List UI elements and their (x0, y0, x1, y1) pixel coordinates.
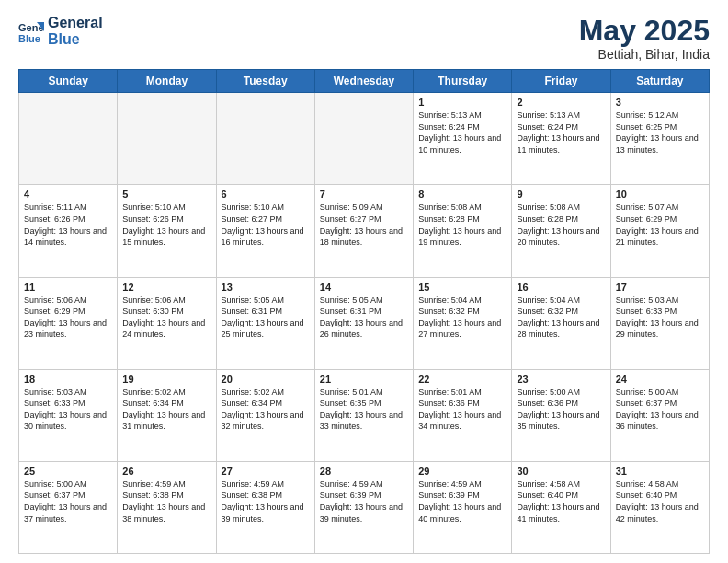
day-info: Sunrise: 5:03 AMSunset: 6:33 PMDaylight:… (24, 386, 112, 432)
day-cell-14: 14Sunrise: 5:05 AMSunset: 6:31 PMDayligh… (314, 277, 413, 369)
day-cell-30: 30Sunrise: 4:58 AMSunset: 6:40 PMDayligh… (512, 461, 610, 553)
day-number: 19 (122, 373, 210, 385)
empty-cell (314, 93, 413, 185)
day-cell-26: 26Sunrise: 4:59 AMSunset: 6:38 PMDayligh… (118, 461, 216, 553)
day-info: Sunrise: 5:01 AMSunset: 6:35 PMDaylight:… (320, 386, 408, 432)
day-info: Sunrise: 5:00 AMSunset: 6:36 PMDaylight:… (517, 386, 605, 432)
location: Bettiah, Bihar, India (579, 47, 710, 62)
day-number: 13 (222, 282, 310, 293)
day-cell-7: 7Sunrise: 5:09 AMSunset: 6:27 PMDaylight… (314, 185, 413, 277)
day-cell-20: 20Sunrise: 5:02 AMSunset: 6:34 PMDayligh… (216, 369, 314, 461)
day-cell-22: 22Sunrise: 5:01 AMSunset: 6:36 PMDayligh… (414, 369, 512, 461)
weekday-header-wednesday: Wednesday (314, 70, 413, 93)
day-cell-1: 1Sunrise: 5:13 AMSunset: 6:24 PMDaylight… (414, 93, 512, 185)
day-cell-9: 9Sunrise: 5:08 AMSunset: 6:28 PMDaylight… (512, 185, 610, 277)
empty-cell (118, 93, 216, 185)
day-cell-18: 18Sunrise: 5:03 AMSunset: 6:33 PMDayligh… (19, 369, 118, 461)
day-cell-29: 29Sunrise: 4:59 AMSunset: 6:39 PMDayligh… (414, 461, 512, 553)
day-number: 8 (418, 189, 506, 200)
day-info: Sunrise: 4:59 AMSunset: 6:39 PMDaylight:… (418, 478, 506, 524)
day-cell-27: 27Sunrise: 4:59 AMSunset: 6:38 PMDayligh… (216, 461, 314, 553)
day-number: 11 (24, 282, 112, 293)
logo-blue: Blue (48, 31, 103, 48)
day-info: Sunrise: 5:02 AMSunset: 6:34 PMDaylight:… (222, 386, 310, 432)
day-info: Sunrise: 5:00 AMSunset: 6:37 PMDaylight:… (24, 478, 112, 524)
day-info: Sunrise: 5:05 AMSunset: 6:31 PMDaylight:… (222, 294, 310, 340)
day-info: Sunrise: 5:12 AMSunset: 6:25 PMDaylight:… (616, 109, 704, 155)
weekday-header-tuesday: Tuesday (216, 70, 314, 93)
day-info: Sunrise: 5:13 AMSunset: 6:24 PMDaylight:… (418, 109, 506, 155)
day-info: Sunrise: 4:59 AMSunset: 6:39 PMDaylight:… (320, 478, 408, 524)
day-number: 4 (24, 189, 112, 200)
header: General Blue General Blue May 2025 Betti… (18, 15, 710, 62)
day-cell-6: 6Sunrise: 5:10 AMSunset: 6:27 PMDaylight… (216, 185, 314, 277)
weekday-header-sunday: Sunday (19, 70, 118, 93)
day-cell-31: 31Sunrise: 4:58 AMSunset: 6:40 PMDayligh… (610, 461, 709, 553)
logo: General Blue General Blue (18, 15, 103, 47)
day-info: Sunrise: 5:08 AMSunset: 6:28 PMDaylight:… (517, 201, 605, 247)
day-info: Sunrise: 5:06 AMSunset: 6:29 PMDaylight:… (24, 294, 112, 340)
day-number: 22 (418, 373, 506, 385)
day-number: 5 (122, 189, 210, 200)
day-info: Sunrise: 5:05 AMSunset: 6:31 PMDaylight:… (320, 294, 408, 340)
day-info: Sunrise: 5:06 AMSunset: 6:30 PMDaylight:… (122, 294, 210, 340)
weekday-header-thursday: Thursday (414, 70, 512, 93)
day-info: Sunrise: 5:04 AMSunset: 6:32 PMDaylight:… (517, 294, 605, 340)
day-number: 10 (616, 189, 704, 200)
day-cell-11: 11Sunrise: 5:06 AMSunset: 6:29 PMDayligh… (19, 277, 118, 369)
day-number: 7 (320, 189, 408, 200)
day-number: 1 (418, 97, 506, 108)
day-info: Sunrise: 5:08 AMSunset: 6:28 PMDaylight:… (418, 201, 506, 247)
day-cell-24: 24Sunrise: 5:00 AMSunset: 6:37 PMDayligh… (610, 369, 709, 461)
empty-cell (19, 93, 118, 185)
weekday-header-saturday: Saturday (610, 70, 709, 93)
day-cell-10: 10Sunrise: 5:07 AMSunset: 6:29 PMDayligh… (610, 185, 709, 277)
day-info: Sunrise: 4:59 AMSunset: 6:38 PMDaylight:… (222, 478, 310, 524)
day-cell-21: 21Sunrise: 5:01 AMSunset: 6:35 PMDayligh… (314, 369, 413, 461)
day-number: 25 (24, 465, 112, 477)
weekday-header-monday: Monday (118, 70, 216, 93)
day-info: Sunrise: 5:03 AMSunset: 6:33 PMDaylight:… (616, 294, 704, 340)
day-number: 24 (616, 373, 704, 385)
day-info: Sunrise: 5:02 AMSunset: 6:34 PMDaylight:… (122, 386, 210, 432)
day-cell-28: 28Sunrise: 4:59 AMSunset: 6:39 PMDayligh… (314, 461, 413, 553)
day-cell-23: 23Sunrise: 5:00 AMSunset: 6:36 PMDayligh… (512, 369, 610, 461)
day-cell-16: 16Sunrise: 5:04 AMSunset: 6:32 PMDayligh… (512, 277, 610, 369)
calendar-table: SundayMondayTuesdayWednesdayThursdayFrid… (18, 69, 710, 554)
day-number: 3 (616, 97, 704, 108)
day-cell-17: 17Sunrise: 5:03 AMSunset: 6:33 PMDayligh… (610, 277, 709, 369)
day-number: 30 (517, 465, 605, 477)
day-number: 26 (122, 465, 210, 477)
day-cell-19: 19Sunrise: 5:02 AMSunset: 6:34 PMDayligh… (118, 369, 216, 461)
weekday-header-row: SundayMondayTuesdayWednesdayThursdayFrid… (19, 70, 710, 93)
day-info: Sunrise: 5:13 AMSunset: 6:24 PMDaylight:… (517, 109, 605, 155)
day-number: 12 (122, 282, 210, 293)
day-info: Sunrise: 5:10 AMSunset: 6:27 PMDaylight:… (222, 201, 310, 247)
day-number: 15 (418, 282, 506, 293)
day-info: Sunrise: 4:59 AMSunset: 6:38 PMDaylight:… (122, 478, 210, 524)
weekday-header-friday: Friday (512, 70, 610, 93)
day-cell-13: 13Sunrise: 5:05 AMSunset: 6:31 PMDayligh… (216, 277, 314, 369)
day-number: 20 (222, 373, 310, 385)
logo-icon: General Blue (18, 18, 44, 44)
svg-text:Blue: Blue (18, 33, 40, 44)
month-title: May 2025 (579, 15, 710, 47)
day-cell-4: 4Sunrise: 5:11 AMSunset: 6:26 PMDaylight… (19, 185, 118, 277)
day-info: Sunrise: 5:10 AMSunset: 6:26 PMDaylight:… (122, 201, 210, 247)
day-cell-8: 8Sunrise: 5:08 AMSunset: 6:28 PMDaylight… (414, 185, 512, 277)
day-info: Sunrise: 5:09 AMSunset: 6:27 PMDaylight:… (320, 201, 408, 247)
title-block: May 2025 Bettiah, Bihar, India (579, 15, 710, 62)
week-row-4: 18Sunrise: 5:03 AMSunset: 6:33 PMDayligh… (19, 369, 710, 461)
week-row-2: 4Sunrise: 5:11 AMSunset: 6:26 PMDaylight… (19, 185, 710, 277)
day-number: 31 (616, 465, 704, 477)
day-info: Sunrise: 5:01 AMSunset: 6:36 PMDaylight:… (418, 386, 506, 432)
day-number: 23 (517, 373, 605, 385)
day-info: Sunrise: 5:00 AMSunset: 6:37 PMDaylight:… (616, 386, 704, 432)
day-cell-2: 2Sunrise: 5:13 AMSunset: 6:24 PMDaylight… (512, 93, 610, 185)
day-number: 17 (616, 282, 704, 293)
day-cell-25: 25Sunrise: 5:00 AMSunset: 6:37 PMDayligh… (19, 461, 118, 553)
day-cell-3: 3Sunrise: 5:12 AMSunset: 6:25 PMDaylight… (610, 93, 709, 185)
day-number: 21 (320, 373, 408, 385)
day-info: Sunrise: 5:07 AMSunset: 6:29 PMDaylight:… (616, 201, 704, 247)
day-cell-5: 5Sunrise: 5:10 AMSunset: 6:26 PMDaylight… (118, 185, 216, 277)
